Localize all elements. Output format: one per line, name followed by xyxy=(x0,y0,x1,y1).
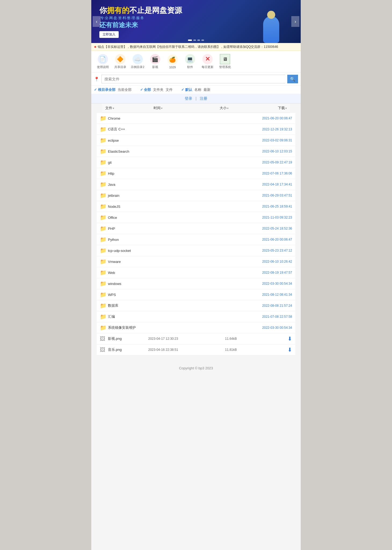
directory-filter-group: 根目录全部 当前全部 xyxy=(94,87,132,92)
download-sort-icon: ▾ xyxy=(285,107,287,110)
table-row: 📁 C语言 C++ 2022-12-26 19:32:13 xyxy=(97,124,295,135)
video-icon: 🎬 xyxy=(150,54,160,64)
folder-icon: 📁 xyxy=(100,225,108,232)
folder-icon: 📁 xyxy=(100,291,108,298)
file-name[interactable]: Python xyxy=(108,238,148,242)
filter-folder[interactable]: 文件夹 xyxy=(153,87,164,92)
folder-icon: 📁 xyxy=(100,115,108,122)
folder-icon: 📁 xyxy=(100,236,108,243)
file-name[interactable]: Web xyxy=(108,271,148,275)
software-label: 软件 xyxy=(187,65,193,69)
download-button[interactable]: ⬇ xyxy=(252,347,292,353)
folder-icon: 📁 xyxy=(100,126,108,133)
file-name[interactable]: ElasticSearch xyxy=(108,149,148,153)
file-date: 2021-08-12 08:41:34 xyxy=(252,293,292,297)
banner-join-button[interactable]: 立即加入 xyxy=(99,31,119,38)
file-name[interactable]: 影视.png xyxy=(108,336,148,341)
toolbar-item-admin[interactable]: 🖥 管理系统 xyxy=(216,53,234,70)
toolbar-item-example[interactable]: ☁️ 示例目录2 xyxy=(129,53,146,70)
notice-text: 锚点【非实标运营】，数据均来自互联网【包括但不限于联系二维码，请勿联系扫图】，如… xyxy=(98,45,278,49)
file-name[interactable]: C语言 C++ xyxy=(108,127,148,132)
filter-file[interactable]: 文件 xyxy=(166,87,173,92)
toolbar-item-video[interactable]: 🎬 影视 xyxy=(146,53,164,70)
col-size: 大小 ▾ xyxy=(220,106,246,110)
toolbar-item-1029[interactable]: 🍊 1029 xyxy=(164,53,181,70)
file-date: 2021-06-25 18:59:41 xyxy=(252,205,292,208)
table-row: 📁 WPS 2021-08-12 08:41:34 xyxy=(97,289,295,300)
search-bar: 📍 🔍 xyxy=(91,73,301,86)
table-row: 📁 ElasticSearch 2022-06-10 12:03:15 xyxy=(97,146,295,157)
toolbar-item-daily[interactable]: ✕ 每日更新 xyxy=(199,53,216,70)
file-name[interactable]: Chrome xyxy=(108,116,148,120)
file-date: 2022-08-19 19:47:57 xyxy=(252,271,292,274)
filter-default[interactable]: 默认 xyxy=(181,87,192,92)
file-name[interactable]: 汇编 xyxy=(108,314,148,319)
file-date: 2022-05-09 22:47:19 xyxy=(252,160,292,164)
file-date: 2021-06-20 00:06:47 xyxy=(252,238,292,241)
toolbar-item-software[interactable]: 💻 软件 xyxy=(181,53,199,70)
folder-icon: 📁 xyxy=(100,302,108,309)
file-date: 2022-06-10 10:26:42 xyxy=(252,260,292,263)
file-name[interactable]: 音乐.png xyxy=(108,347,148,352)
file-name[interactable]: tcp-udp-socket xyxy=(108,249,148,253)
notice-dot: ● xyxy=(94,44,97,49)
file-list: 📁 Chrome 2021-06-20 00:06:47 📁 C语言 C++ 2… xyxy=(97,113,295,355)
table-row: 📁 Http 2022-07-06 17:36:06 xyxy=(97,168,295,179)
table-row: 📁 数据库 2022-08-08 21:57:24 xyxy=(97,300,295,311)
toolbar-item-share[interactable]: 🔶 共享目录 xyxy=(111,53,129,70)
filter-root-all[interactable]: 根目录全部 xyxy=(94,87,115,92)
banner-next-button[interactable]: › xyxy=(291,16,299,27)
file-date: 2022-03-30 00:54:34 xyxy=(252,326,292,330)
type-filter-group: 全部 文件夹 文件 xyxy=(140,87,173,92)
filter-all[interactable]: 全部 xyxy=(140,87,151,92)
toolbar-item-usage[interactable]: 📄 使用说明 xyxy=(94,53,111,70)
table-row: 📁 jetbrain 2021-06-29 03:47:51 xyxy=(97,190,295,201)
search-input[interactable] xyxy=(101,75,285,83)
table-row: 📁 git 2022-05-09 22:47:19 xyxy=(97,157,295,168)
banner-subtitle: ·专·业·网·盘·资·料·整·理·服·务 xyxy=(99,16,144,20)
filter-current-all[interactable]: 当前全部 xyxy=(118,87,132,92)
notice-bar: ● 锚点【非实标运营】，数据均来自互联网【包括但不限于联系二维码，请勿联系扫图】… xyxy=(91,43,301,51)
file-time: 2023-04-16 22:38:51 xyxy=(148,348,225,352)
file-name[interactable]: git xyxy=(108,160,148,165)
file-name[interactable]: Office xyxy=(108,216,148,220)
footer: Copyright © bp3 2023 xyxy=(91,361,301,376)
file-name[interactable]: PHP xyxy=(108,227,148,231)
folder-icon: 📁 xyxy=(100,192,108,199)
file-name[interactable]: Java xyxy=(108,183,148,187)
share-icon: 🔶 xyxy=(115,54,125,64)
file-date: 2021-07-08 22:57:58 xyxy=(252,315,292,319)
file-name[interactable]: NodeJS xyxy=(108,205,148,209)
banner-prev-button[interactable]: ‹ xyxy=(93,16,101,27)
file-name[interactable]: Vmware xyxy=(108,260,148,264)
file-name[interactable]: 数据库 xyxy=(108,303,148,308)
location-icon: 📍 xyxy=(94,77,99,82)
col-download: 下载 ▾ xyxy=(246,106,287,110)
download-button[interactable]: ⬇ xyxy=(252,335,292,342)
filter-name[interactable]: 名称 xyxy=(194,87,201,92)
login-link[interactable]: 登录 xyxy=(185,96,192,101)
register-link[interactable]: 注册 xyxy=(200,96,207,101)
file-date: 2022-06-10 12:03:15 xyxy=(252,149,292,153)
file-size: 11.64kB xyxy=(225,337,252,341)
size-sort-icon: ▾ xyxy=(227,107,228,110)
file-name[interactable]: jetbrain xyxy=(108,194,148,198)
usage-icon: 📄 xyxy=(98,54,108,64)
filter-newest[interactable]: 最新 xyxy=(204,87,210,92)
folder-icon: 📁 xyxy=(100,258,108,265)
file-name[interactable]: eclipse xyxy=(108,138,148,142)
table-row: 📁 Web 2022-08-19 19:47:57 xyxy=(97,267,295,278)
folder-icon: 📁 xyxy=(100,247,108,254)
folder-icon: 📁 xyxy=(100,137,108,144)
file-time: 2023-04-17 12:30:23 xyxy=(148,337,225,341)
file-name[interactable]: windows xyxy=(108,282,148,286)
search-button[interactable]: 🔍 xyxy=(287,75,298,83)
login-bar: 登录 | 注册 xyxy=(91,94,301,103)
table-row: 📁 NodeJS 2021-06-25 18:59:41 xyxy=(97,201,295,212)
file-name[interactable]: Http xyxy=(108,172,148,176)
col-time: 时间 ▾ xyxy=(154,106,220,110)
file-date: 2022-12-26 19:32:13 xyxy=(252,127,292,131)
file-name[interactable]: 系统镜像安装维护 xyxy=(108,325,148,330)
file-name[interactable]: WPS xyxy=(108,293,148,297)
table-row: 📁 tcp-udp-socket 2023-05-23 23:47:12 xyxy=(97,245,295,256)
